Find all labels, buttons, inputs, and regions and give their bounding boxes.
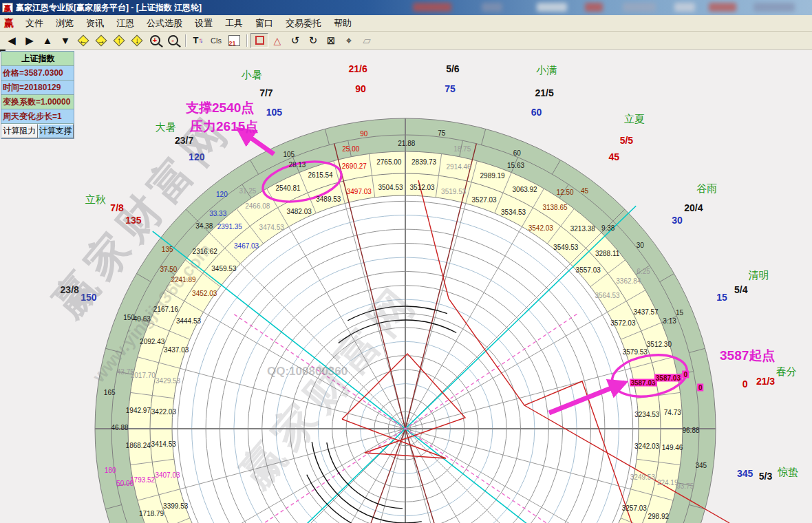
price-inner-label: 3234.53	[634, 410, 659, 418]
solar-term-label: 立夏	[624, 112, 645, 125]
outer-degree-label: 150	[81, 292, 96, 303]
menu-item-2[interactable]: 资讯	[80, 16, 110, 31]
crosshair-icon[interactable]: ⌖	[340, 33, 358, 48]
annotation-start-point: 3587起点	[720, 347, 775, 365]
price-inner-label: 3504.53	[378, 183, 403, 191]
menu-item-4[interactable]: 公式选股	[140, 16, 189, 31]
cls-button[interactable]: Cls	[207, 33, 225, 48]
menu-item-5[interactable]: 设置	[189, 16, 219, 31]
outer-degree-label: 45	[608, 151, 619, 162]
stock-info-panel: 上证指数 价格=3587.0300时间=20180129变换系数=1.00000…	[1, 51, 74, 139]
menu-item-0[interactable]: 文件	[19, 16, 50, 31]
nav-left-icon[interactable]: ◀	[3, 33, 21, 48]
gann-wheel-chart[interactable]	[0, 50, 812, 523]
fraction-label: 3.13	[663, 317, 676, 324]
zoom-in-icon[interactable]: +	[146, 33, 164, 48]
square-tool-icon[interactable]	[250, 33, 268, 48]
info-row-3: 周天变化步长=1	[1, 109, 74, 124]
eraser-icon[interactable]: ▱	[358, 33, 376, 48]
nav-right-icon[interactable]: ▶	[21, 33, 39, 48]
outer-degree-label: 75	[445, 83, 456, 94]
solar-term-date-label: 5/3	[759, 471, 772, 482]
price-outer-label: 2167.16	[153, 306, 178, 313]
pan-down-icon[interactable]: ↓	[128, 33, 146, 48]
titlebar-blur-blob	[585, 3, 603, 12]
fraction-label: 12.50	[557, 188, 574, 195]
degree-ring-label: 180	[105, 467, 116, 474]
fraction-label: 31.25	[239, 186, 256, 194]
price-inner-label: 3257.03	[622, 504, 647, 511]
price-outer-label: 1793.52	[130, 476, 155, 484]
price-outer-label: 2316.62	[193, 248, 217, 255]
solar-term-label: 谷雨	[696, 182, 717, 195]
price-inner-label: 3444.53	[176, 317, 201, 324]
rotate-cw-icon[interactable]: ↻	[304, 33, 322, 48]
solar-term-date-label: 23/8	[61, 284, 79, 295]
menu-item-9[interactable]: 帮助	[328, 16, 358, 31]
pan-up-icon[interactable]: ↑	[110, 33, 128, 48]
outer-degree-label: 15	[716, 292, 727, 303]
rotate-ccw-icon[interactable]: ↺	[286, 33, 304, 48]
titlebar-blur-blob	[537, 3, 567, 12]
fraction-label: 28.13	[288, 160, 306, 168]
titlebar-blur-blob	[413, 3, 451, 12]
calc-support-button[interactable]: 计算支撑	[38, 124, 74, 138]
price-outer-label: 3138.65	[542, 203, 567, 211]
menu-item-1[interactable]: 浏览	[50, 16, 80, 31]
price-inner-label: 3467.03	[234, 242, 259, 250]
menu-item-6[interactable]: 工具	[219, 16, 249, 31]
price-inner-label: 3587.03	[629, 378, 656, 386]
degree-ring-label: 30	[637, 242, 644, 249]
price-outer-label: 2690.27	[342, 162, 367, 170]
degree-ring-label: 90	[360, 130, 367, 138]
price-inner-label: 3572.03	[610, 319, 635, 326]
solar-term-date-label: 7/8	[110, 202, 123, 213]
box-select-icon[interactable]: ⊠	[322, 33, 340, 48]
info-row-0: 价格=3587.0300	[1, 66, 74, 81]
price-inner-label: 3414.53	[151, 440, 176, 447]
calendar-icon[interactable]: 21	[225, 33, 243, 48]
solar-term-date-label: 5/6	[446, 63, 459, 74]
annotation-pressure: 压力2615点	[190, 118, 258, 136]
fraction-label: 9.38	[601, 224, 615, 231]
price-outer-label: 3437.57	[634, 308, 659, 315]
solar-term-date-label: 21/3	[756, 376, 775, 387]
menu-item-8[interactable]: 交易委托	[279, 16, 328, 31]
triangle-tool-icon[interactable]: △	[268, 33, 286, 48]
menu-item-7[interactable]: 窗口	[249, 16, 279, 31]
price-outer-label: 2241.89	[171, 275, 195, 283]
solar-term-date-label: 20/4	[684, 202, 703, 213]
price-inner-label: 3564.53	[595, 291, 619, 299]
price-outer-label: 224.19	[657, 478, 679, 486]
pan-right-icon[interactable]: →	[92, 33, 110, 48]
menu-item-3[interactable]: 江恩	[110, 16, 140, 31]
price-inner-label: 3549.53	[553, 244, 578, 251]
time-axis-icon[interactable]: T↑↓	[189, 33, 207, 48]
price-inner-label: 3512.03	[410, 183, 435, 191]
titlebar-blur-blob	[623, 3, 656, 12]
solar-term-label: 立秋	[85, 193, 106, 206]
price-outer-label: 2017.70	[131, 372, 156, 379]
degree-ring-label: 345	[695, 461, 707, 469]
nav-up-icon[interactable]: ▲	[39, 33, 56, 48]
calc-resistance-button[interactable]: 计算阻力	[1, 124, 38, 138]
price-outer-label: 2466.08	[245, 202, 270, 209]
price-outer-label: 149.46	[662, 444, 683, 451]
price-inner-label: 3489.53	[316, 195, 341, 203]
toolbar-separator	[246, 34, 247, 47]
app-window: 赢 赢家江恩专业版[赢家服务平台] - [上证指数 江恩轮] 赢 文件浏览资讯江…	[0, 0, 812, 523]
degree-ring-label: 165	[104, 389, 116, 396]
price-outer-label: 2615.54	[308, 171, 333, 179]
gann-wheel-view: 赢家财富网 www.yingjia360.com 赢家财富网 QQ:100800…	[0, 50, 812, 523]
solar-term-date-label: 5/4	[734, 284, 747, 295]
price-outer-label: 3512.30	[647, 340, 672, 348]
stock-name: 上证指数	[1, 52, 74, 66]
zoom-out-icon[interactable]: -	[164, 33, 182, 48]
degree-ring-label: 120	[216, 190, 228, 198]
nav-down-icon[interactable]: ▼	[56, 33, 74, 48]
price-inner-label: 3519.53	[441, 188, 466, 195]
price-inner-label: 3542.03	[528, 224, 553, 232]
degree-ring-label: 135	[162, 246, 173, 253]
fraction-label: 37.50	[160, 265, 177, 273]
pan-left-icon[interactable]: ←	[74, 33, 92, 48]
